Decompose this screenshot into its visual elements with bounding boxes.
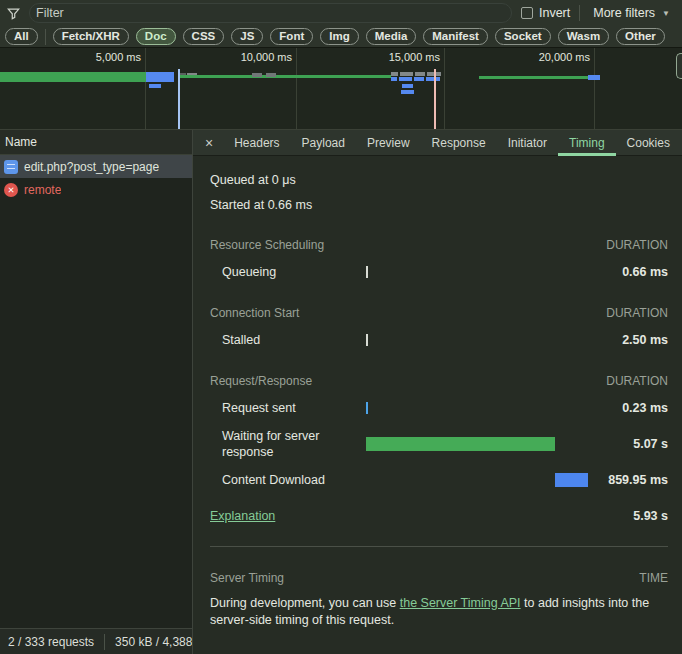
timing-row-value: 859.95 ms	[580, 473, 668, 487]
overview-gridline	[296, 48, 297, 129]
waterfall-bar	[252, 73, 262, 77]
overview-ruler-label: 15,000 ms	[358, 51, 440, 63]
timing-section-title: Resource Scheduling	[210, 238, 324, 252]
name-column-header[interactable]: Name	[0, 130, 192, 155]
filter-funnel-icon	[7, 7, 20, 20]
server-timing-description: During development, you can use the Serv…	[210, 595, 668, 629]
filter-chip-fetch-xhr[interactable]: Fetch/XHR	[53, 28, 129, 45]
waterfall-bar	[391, 72, 398, 76]
filter-chip-img[interactable]: Img	[320, 28, 358, 45]
server-timing-column-label: TIME	[639, 571, 668, 585]
overview-right-edge-widget	[676, 53, 682, 79]
error-icon: ✕	[4, 183, 18, 197]
timing-row-stalled: Stalled2.50 ms	[210, 330, 668, 350]
status-separator	[104, 634, 105, 650]
waterfall-bar	[149, 84, 161, 88]
overview-gridline	[145, 48, 146, 129]
overview-ruler-label: 5,000 ms	[59, 51, 141, 63]
filter-chip-manifest[interactable]: Manifest	[423, 28, 488, 45]
server-timing-api-link[interactable]: the Server Timing API	[400, 596, 521, 610]
filter-chip-wasm[interactable]: Wasm	[558, 28, 609, 45]
requests-count: 2 / 333 requests	[8, 635, 94, 649]
timing-column-label: DURATION	[606, 374, 668, 388]
timing-row-label: Waiting for server response	[210, 428, 366, 460]
more-filters-label: More filters	[593, 6, 655, 20]
timing-bar	[555, 473, 588, 487]
filter-chip-media[interactable]: Media	[366, 28, 417, 45]
waterfall-bar	[266, 73, 276, 77]
tab-payload[interactable]: Payload	[291, 130, 356, 156]
status-bar: 2 / 333 requests 350 kB / 4,388 k	[0, 628, 192, 654]
timing-row-track	[366, 262, 580, 282]
started-at-line: Started at 0.66 ms	[210, 196, 668, 214]
timing-row-label: Stalled	[210, 332, 366, 348]
timing-row-waiting-for-server-response: Waiting for server response5.07 s	[210, 428, 668, 460]
timing-tab-content: Queued at 0 μs Started at 0.66 ms Resour…	[193, 156, 682, 654]
waterfall-bar	[415, 72, 425, 76]
filter-chip-all[interactable]: All	[5, 28, 38, 45]
request-table: Name edit.php?post_type=page✕remote 2 / …	[0, 130, 193, 654]
filter-chip-doc[interactable]: Doc	[136, 28, 176, 45]
timing-sections: Resource SchedulingDURATIONQueueing0.66 …	[210, 238, 668, 490]
request-row-remote[interactable]: ✕remote	[0, 178, 192, 201]
network-overview[interactable]: 5,000 ms10,000 ms15,000 ms20,000 ms	[0, 48, 682, 130]
timing-section-header-connection-start: Connection StartDURATION	[210, 306, 668, 320]
timing-column-label: DURATION	[606, 306, 668, 320]
timing-total-value: 5.93 s	[633, 509, 668, 523]
timing-row-request-sent: Request sent0.23 ms	[210, 398, 668, 418]
filter-chips-row: AllFetch/XHRDocCSSJSFontImgMediaManifest…	[0, 26, 682, 48]
tab-preview[interactable]: Preview	[356, 130, 421, 156]
overview-ruler-label: 10,000 ms	[210, 51, 292, 63]
filter-input[interactable]	[29, 3, 512, 23]
timing-row-value: 0.66 ms	[580, 265, 668, 279]
overview-ruler-label: 20,000 ms	[508, 51, 590, 63]
timing-section-header-request-response: Request/ResponseDURATION	[210, 374, 668, 388]
more-filters-button[interactable]: More filters ▼	[589, 6, 674, 20]
overview-gridline	[594, 48, 595, 129]
timing-row-value: 5.07 s	[580, 437, 668, 451]
tab-timing[interactable]: Timing	[558, 130, 616, 156]
section-divider	[210, 546, 668, 547]
toolbar-separator	[579, 5, 580, 21]
tab-response[interactable]: Response	[421, 130, 497, 156]
timing-row-label: Content Download	[210, 472, 366, 488]
explanation-link[interactable]: Explanation	[210, 509, 275, 523]
filter-chip-font[interactable]: Font	[270, 28, 313, 45]
tab-cookies[interactable]: Cookies	[616, 130, 681, 156]
waterfall-bar	[402, 84, 413, 88]
tab-initiator[interactable]: Initiator	[497, 130, 558, 156]
waterfall-bar	[400, 72, 413, 76]
timing-tick	[366, 334, 368, 346]
tab-headers[interactable]: Headers	[223, 130, 290, 156]
timing-row-label: Queueing	[210, 264, 366, 280]
waterfall-bar	[0, 72, 146, 82]
timing-row-content-download: Content Download859.95 ms	[210, 470, 668, 490]
document-icon	[4, 160, 18, 174]
waterfall-bar	[399, 77, 412, 81]
filter-chip-socket[interactable]: Socket	[495, 28, 551, 45]
request-name: remote	[24, 183, 61, 197]
waterfall-bar	[391, 77, 397, 81]
close-icon[interactable]: ×	[195, 135, 223, 151]
network-toolbar: Invert More filters ▼	[0, 0, 682, 26]
details-tabs: HeadersPayloadPreviewResponseInitiatorTi…	[223, 130, 681, 156]
request-name: edit.php?post_type=page	[24, 160, 159, 174]
chip-separator	[45, 29, 46, 45]
server-timing-title: Server Timing	[210, 571, 284, 585]
waterfall-bar	[479, 76, 589, 79]
request-row-edit-php-post-type-page[interactable]: edit.php?post_type=page	[0, 155, 192, 178]
timing-tick	[366, 266, 368, 278]
timing-row-track	[366, 434, 580, 454]
invert-checkbox-group[interactable]: Invert	[521, 6, 570, 20]
filter-chip-other[interactable]: Other	[616, 28, 665, 45]
overview-gridline	[444, 48, 445, 129]
filter-chip-css[interactable]: CSS	[183, 28, 225, 45]
timing-section-header-resource-scheduling: Resource SchedulingDURATION	[210, 238, 668, 252]
waterfall-bar	[588, 75, 600, 80]
filter-chip-js[interactable]: JS	[231, 28, 263, 45]
timing-bar	[366, 437, 555, 451]
transferred-size: 350 kB / 4,388 k	[115, 635, 192, 649]
request-list: edit.php?post_type=page✕remote	[0, 155, 192, 628]
timing-row-track	[366, 398, 580, 418]
invert-checkbox[interactable]	[521, 7, 533, 19]
